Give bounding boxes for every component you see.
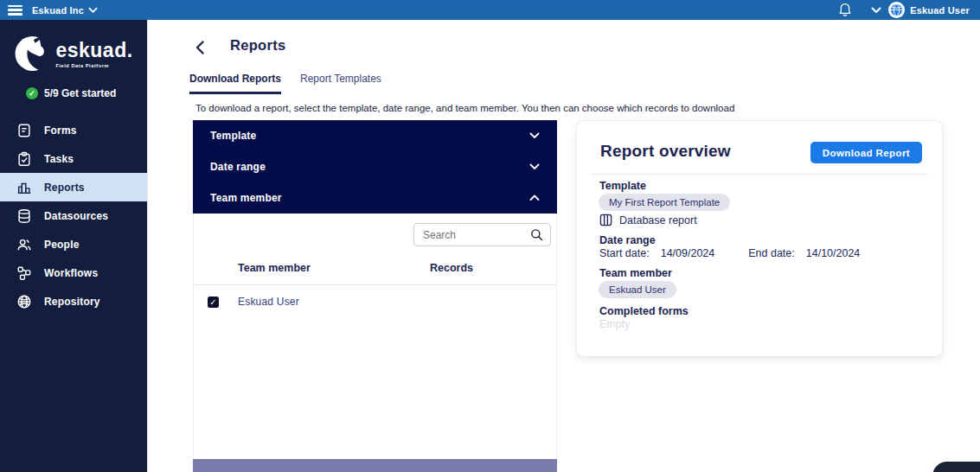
sidebar-item-workflows[interactable]: Workflows: [0, 258, 147, 287]
start-date-value: 14/09/2024: [661, 247, 715, 259]
sidebar-item-reports[interactable]: Reports: [0, 173, 147, 201]
logo-wordmark: eskuad.: [55, 39, 132, 62]
team-member-list: Team member Records ✓ Eskuad User: [193, 214, 557, 459]
accordion-section-team-member[interactable]: Team member: [193, 182, 557, 214]
member-checkbox[interactable]: ✓: [208, 297, 219, 308]
report-filter-panel: Template Date range Team member: [193, 120, 557, 459]
filter-accordion: Template Date range Team member: [193, 120, 557, 214]
accordion-section-date-range[interactable]: Date range: [193, 151, 557, 182]
accordion-section-completed-forms[interactable]: Completed forms: [193, 459, 557, 472]
accordion-label: Date range: [210, 161, 266, 173]
completed-forms-value: Empty: [599, 318, 630, 330]
report-overview-card: Report overview Download Report Template…: [576, 120, 943, 357]
search-icon[interactable]: [530, 228, 543, 241]
team-member-chip: Eskuad User: [599, 281, 676, 298]
main-content: Reports Download Reports Report Template…: [147, 20, 980, 472]
start-date-label: Start date:: [599, 247, 650, 259]
eskuad-horse-logo-icon: [14, 31, 54, 76]
user-menu-chevron-icon[interactable]: [871, 7, 881, 14]
sidebar: eskuad. Field Data Platform ✓ 5/9 Get st…: [0, 20, 147, 472]
template-type-label: Database report: [619, 214, 697, 226]
accordion-label: Team member: [210, 192, 282, 204]
notifications-bell-icon[interactable]: [838, 3, 852, 17]
column-header-team-member: Team member: [238, 262, 311, 274]
sidebar-item-label: Reports: [44, 182, 85, 194]
download-report-button[interactable]: Download Report: [810, 142, 922, 163]
check-circle-icon: ✓: [26, 87, 38, 99]
sidebar-item-people[interactable]: People: [0, 230, 147, 258]
reports-icon: [16, 180, 32, 195]
get-started-progress[interactable]: ✓ 5/9 Get started: [26, 87, 147, 99]
team-member-section-label: Team member: [599, 267, 672, 279]
database-report-columns-icon: [599, 214, 612, 226]
tasks-icon: [16, 151, 32, 167]
search-box: [413, 223, 551, 246]
member-name: Eskuad User: [238, 296, 299, 308]
forms-icon: [16, 123, 32, 138]
table-row[interactable]: ✓ Eskuad User: [194, 285, 556, 318]
chevron-down-icon[interactable]: [88, 7, 98, 14]
template-type-row: Database report: [599, 214, 697, 226]
logo-tagline: Field Data Platform: [55, 63, 132, 68]
workflows-icon: [16, 265, 32, 281]
card-title: Report overview: [600, 142, 731, 161]
sidebar-item-label: Tasks: [44, 153, 74, 165]
hamburger-menu-icon[interactable]: [8, 5, 22, 16]
back-arrow-icon[interactable]: [192, 39, 209, 56]
sidebar-item-forms[interactable]: Forms: [0, 116, 147, 144]
divider: [591, 174, 928, 175]
get-started-label: 5/9 Get started: [44, 87, 116, 99]
page-description: To download a report, select the templat…: [195, 103, 734, 113]
top-bar: Eskuad Inc Eskuad User: [0, 0, 980, 20]
page-title: Reports: [230, 37, 285, 54]
chat-widget-button[interactable]: [932, 462, 980, 472]
user-avatar[interactable]: [888, 2, 905, 18]
user-name[interactable]: Eskuad User: [910, 5, 970, 16]
column-header-records: Records: [430, 262, 473, 274]
date-range-section-label: Date range: [599, 234, 656, 246]
template-chip: My First Report Template: [599, 194, 730, 211]
date-range-values: Start date: 14/09/2024 End date: 14/10/2…: [599, 247, 860, 259]
people-icon: [16, 237, 32, 252]
sidebar-nav: Forms Tasks Reports Datasources: [0, 116, 147, 316]
repository-icon: [16, 294, 32, 309]
completed-forms-section-label: Completed forms: [599, 305, 689, 317]
chevron-down-icon: [529, 163, 540, 170]
chevron-up-icon: [529, 195, 540, 201]
globe-avatar-icon: [890, 3, 903, 16]
template-section-label: Template: [599, 180, 646, 192]
end-date-value: 14/10/2024: [806, 247, 861, 259]
accordion-section-template[interactable]: Template: [193, 120, 557, 151]
eskuad-logo: eskuad. Field Data Platform: [0, 31, 147, 76]
sidebar-item-label: Datasources: [44, 210, 108, 222]
sidebar-item-tasks[interactable]: Tasks: [0, 144, 147, 173]
org-switcher[interactable]: Eskuad Inc: [32, 5, 84, 16]
sidebar-item-repository[interactable]: Repository: [0, 287, 147, 316]
search-input[interactable]: [414, 229, 530, 241]
datasources-icon: [16, 208, 32, 224]
sidebar-item-label: Forms: [44, 124, 77, 137]
sidebar-item-datasources[interactable]: Datasources: [0, 201, 147, 230]
end-date-label: End date:: [748, 247, 795, 259]
tab-bar: Download Reports Report Templates: [189, 73, 381, 94]
sidebar-item-label: Repository: [44, 296, 100, 308]
accordion-label: Template: [210, 130, 256, 142]
sidebar-item-label: People: [44, 239, 80, 251]
chevron-down-icon: [529, 132, 540, 139]
sidebar-item-label: Workflows: [44, 267, 98, 279]
tab-report-templates[interactable]: Report Templates: [300, 73, 381, 94]
tab-download-reports[interactable]: Download Reports: [189, 73, 281, 94]
